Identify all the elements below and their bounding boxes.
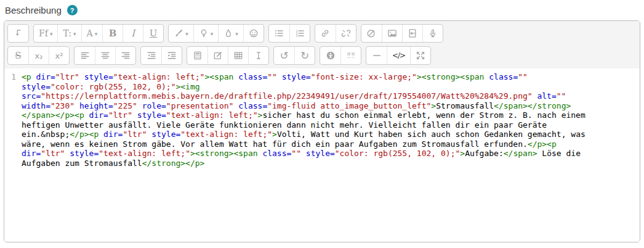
image-button[interactable] [382,25,402,42]
collapse-toggle-button[interactable] [8,25,28,42]
edit-button[interactable] [207,47,228,64]
code-line: dir="ltr" style="text-align: left;"><str… [22,149,640,159]
horizontal-rule-button[interactable] [366,47,387,64]
italic-label: I [131,29,135,38]
toolbar-row-2: S x₂ x² [7,46,637,65]
undo-icon: ↺ [280,51,288,61]
group-color [168,24,264,43]
code-line: heftigen Unwetter ausfällt. Viele Geräte… [22,120,640,130]
paintbrush-icon [174,28,183,38]
html-button[interactable]: </> [387,47,410,64]
ibeam-icon [254,51,264,60]
accessibility-checker-button[interactable] [320,47,340,64]
editor-toolbar: Ff T: A B I U [4,21,640,68]
code-line: src="https://lernplattform.mebis.bayern.… [22,91,640,101]
align-right-button[interactable] [115,47,135,64]
paragraph-styles-label: T: [63,29,71,38]
align-center-icon [100,51,110,60]
group-collapse [7,24,29,43]
bold-button[interactable]: B [102,25,123,42]
align-center-button[interactable] [95,47,115,64]
ordered-list-icon: 123 [295,28,305,38]
group-indent [140,46,182,65]
undo-button[interactable]: ↺ [274,47,294,64]
smiley-icon [249,28,259,38]
code-line: <p dir="ltr" style="text-align: left;"><… [22,72,640,82]
unlink-button[interactable] [336,25,356,42]
indent-icon [167,51,177,60]
underline-button[interactable]: U [143,25,163,42]
field-header: Beschreibung ? [4,3,640,20]
subscript-label: x₂ [35,52,43,60]
ordered-list-button[interactable]: 123 [289,25,310,42]
microphone-icon [428,28,438,38]
calculator-icon [193,51,203,60]
ibeam-button[interactable] [248,47,268,64]
link-icon [320,28,330,38]
font-family-button[interactable]: Ff [34,25,57,42]
record-audio-button[interactable] [422,25,443,42]
code-line: </span></p><p dir="ltr" style="text-alig… [22,110,640,120]
pencil-square-icon [213,51,223,60]
compass-icon [366,28,376,38]
font-size-label: A [87,29,93,38]
horizontal-rule-icon [372,51,382,60]
droplet-icon [223,28,233,38]
screenreader-icon [346,51,356,60]
screenreader-helper-button[interactable] [340,47,361,64]
svg-text:3: 3 [296,34,297,38]
droplet-button[interactable] [218,25,243,42]
code-line: Aufgaben zum Stromausfall</strong></p> [22,159,640,168]
redo-button[interactable]: ↻ [294,47,315,64]
table-button[interactable] [228,47,248,64]
accessibility-icon [326,51,336,60]
field-label: Beschreibung [5,5,62,15]
compass-button[interactable] [361,25,382,42]
collapse-arrow-icon [14,28,23,38]
paintbrush-button[interactable] [169,25,193,42]
video-file-icon [408,28,417,38]
group-history: ↺ ↻ [273,46,315,65]
group-scripts: S x₂ x² [7,46,70,65]
description-field: Beschreibung ? Ff T: A [0,0,644,242]
outdent-button[interactable] [141,47,161,64]
emoticon-button[interactable] [243,25,264,42]
atto-editor: Ff T: A B I U [4,20,640,242]
caret-down-icon [185,29,188,38]
caret-down-icon [50,29,53,38]
line-number: 1 [11,72,16,81]
group-media [361,24,443,43]
redo-icon: ↻ [300,51,309,61]
unordered-list-button[interactable] [269,25,289,42]
toolbar-row-1: Ff T: A B I U [7,24,637,43]
indent-button[interactable] [161,47,182,64]
code-line: wäre, wenn es keinen Strom gäbe. Vor all… [22,139,640,149]
fullscreen-icon [416,51,425,60]
link-button[interactable] [315,25,336,42]
align-left-button[interactable] [74,47,95,64]
paragraph-styles-button[interactable]: T: [57,25,81,42]
group-source: </> [366,46,431,65]
caret-down-icon [235,29,238,38]
help-icon[interactable]: ? [67,5,78,15]
html-source-view[interactable]: 1 <p dir="ltr" style="text-align: left;"… [4,68,640,242]
bold-label: B [109,29,117,38]
unlink-icon [341,28,351,38]
fullscreen-button[interactable] [410,47,430,64]
superscript-label: x² [55,52,63,60]
caret-down-icon [95,29,98,38]
unordered-list-icon [274,28,284,38]
group-links [315,24,356,43]
font-size-button[interactable]: A [81,25,103,42]
group-accessibility [320,46,361,65]
group-insert [187,46,269,65]
superscript-button[interactable]: x² [49,47,69,64]
lightbulb-icon [199,28,209,38]
strikethrough-button[interactable]: S [8,47,28,64]
italic-button[interactable]: I [123,25,143,42]
code-line: width="230" height="225" role="presentat… [22,101,640,111]
media-button[interactable] [402,25,422,42]
subscript-button[interactable]: x₂ [28,47,49,64]
equation-button[interactable] [187,47,207,64]
lightbulb-button[interactable] [193,25,219,42]
